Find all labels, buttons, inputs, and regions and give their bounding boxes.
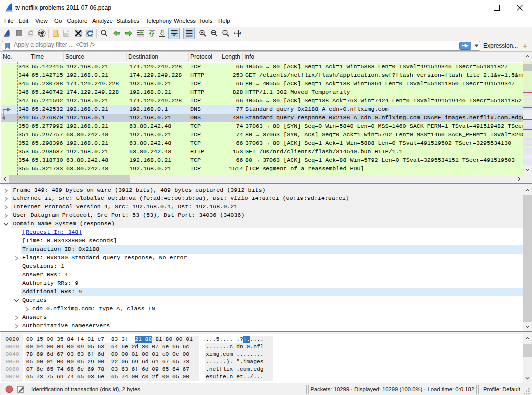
svg-text:010: 010: [65, 34, 68, 36]
